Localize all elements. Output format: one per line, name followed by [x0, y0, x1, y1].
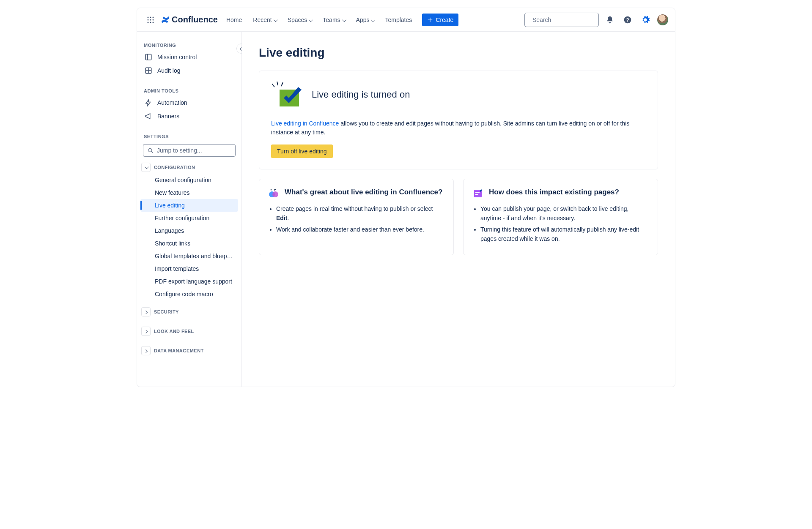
hero-title: Live editing is turned on: [312, 89, 410, 100]
config-import-templates[interactable]: Import templates: [140, 262, 238, 275]
checkmark-illustration-icon: [271, 81, 302, 108]
svg-point-6: [148, 22, 149, 23]
main-content: Live editing Live editing is turned on: [242, 32, 675, 387]
config-pdf-export[interactable]: PDF export language support: [140, 275, 238, 288]
nav-templates[interactable]: Templates: [381, 14, 415, 26]
search-field[interactable]: [532, 16, 606, 23]
chevron-right-icon: [145, 348, 147, 353]
nav-apps[interactable]: Apps: [353, 14, 378, 26]
section-toggle-configuration[interactable]: [141, 163, 151, 172]
config-languages[interactable]: Languages: [140, 224, 238, 237]
turn-off-live-editing-button[interactable]: Turn off live editing: [271, 145, 333, 158]
chevron-right-icon: [145, 309, 147, 314]
nav-spaces[interactable]: Spaces: [284, 14, 315, 26]
sidebar-group-monitoring: MONITORING: [140, 39, 238, 50]
svg-text:?: ?: [626, 17, 629, 22]
sidebar-item-banners[interactable]: Banners: [140, 109, 238, 123]
section-datamanagement-label: DATA MANAGEMENT: [154, 348, 204, 353]
document-icon: [473, 188, 483, 199]
list-item: Turning this feature off will automatica…: [480, 225, 648, 243]
hero-card: Live editing is turned on Live editing i…: [259, 71, 658, 169]
chevron-down-icon: [145, 165, 148, 170]
info-card-bullets: Create pages in real time without having…: [269, 205, 444, 235]
section-toggle-datamgmt[interactable]: [141, 346, 151, 355]
sidebar-group-settings: SETTINGS: [140, 131, 238, 142]
svg-point-4: [150, 19, 151, 20]
section-lookandfeel-label: LOOK AND FEEL: [154, 329, 194, 334]
svg-point-0: [148, 16, 149, 18]
search-input[interactable]: [524, 13, 599, 27]
svg-point-7: [150, 22, 151, 23]
confluence-logo[interactable]: Confluence: [160, 15, 219, 25]
section-toggle-security[interactable]: [141, 307, 151, 316]
help-icon[interactable]: ?: [621, 13, 634, 27]
section-security-label: SECURITY: [154, 309, 179, 314]
avatar[interactable]: [657, 14, 668, 25]
config-code-macro[interactable]: Configure code macro: [140, 288, 238, 300]
svg-line-22: [281, 82, 283, 86]
svg-line-21: [277, 82, 278, 85]
svg-rect-13: [145, 54, 151, 60]
svg-rect-28: [475, 194, 478, 195]
lightning-icon: [145, 99, 152, 106]
search-icon: [148, 147, 154, 154]
config-live-editing[interactable]: Live editing: [140, 199, 238, 212]
dashboard-icon: [145, 53, 152, 61]
create-button[interactable]: Create: [422, 14, 458, 26]
nav-home[interactable]: Home: [223, 14, 245, 26]
sidebar-item-automation[interactable]: Automation: [140, 96, 238, 109]
config-general[interactable]: General configuration: [140, 174, 238, 186]
info-card-title: What's great about live editing in Confl…: [285, 188, 442, 197]
chevron-down-icon: [342, 16, 345, 23]
top-header: Confluence Home Recent Spaces Teams Apps…: [137, 8, 675, 32]
config-shortcut-links[interactable]: Shortcut links: [140, 237, 238, 250]
sidebar: MONITORING Mission control Audit log ADM…: [137, 32, 242, 387]
chevron-right-icon: [145, 329, 147, 334]
info-card-bullets: You can publish your page, or switch bac…: [473, 205, 648, 244]
section-configuration-label: CONFIGURATION: [154, 165, 195, 170]
list-item: Work and collaborate faster and easier t…: [276, 225, 444, 235]
svg-point-5: [153, 19, 154, 20]
svg-point-18: [148, 148, 152, 152]
svg-point-1: [150, 16, 151, 18]
svg-point-8: [153, 22, 154, 23]
chevron-down-icon: [309, 16, 312, 23]
grid-icon: [145, 67, 152, 74]
info-card-impact: How does this impact existing pages? You…: [463, 179, 658, 255]
chevron-down-icon: [371, 16, 374, 23]
live-editing-link[interactable]: Live editing in Confluence: [271, 120, 339, 127]
product-name: Confluence: [172, 15, 218, 25]
config-further[interactable]: Further configuration: [140, 212, 238, 224]
svg-point-2: [153, 16, 154, 18]
chevron-down-icon: [274, 16, 277, 23]
list-item: Create pages in real time without having…: [276, 205, 444, 223]
megaphone-icon: [145, 112, 152, 120]
sidebar-item-mission-control[interactable]: Mission control: [140, 50, 238, 64]
page-title: Live editing: [259, 46, 658, 60]
app-switcher-icon[interactable]: [144, 13, 157, 27]
config-new-features[interactable]: New features: [140, 186, 238, 199]
svg-point-3: [148, 19, 149, 20]
svg-rect-27: [475, 192, 480, 193]
svg-line-20: [272, 84, 274, 87]
nav-teams[interactable]: Teams: [319, 14, 348, 26]
svg-line-19: [151, 151, 153, 153]
sidebar-item-audit-log[interactable]: Audit log: [140, 64, 238, 77]
plus-icon: [427, 17, 433, 23]
svg-point-25: [272, 191, 278, 197]
jump-to-setting-input[interactable]: [143, 144, 236, 157]
section-toggle-lookandfeel[interactable]: [141, 327, 151, 336]
people-icon: [269, 188, 279, 199]
notifications-icon[interactable]: [603, 13, 617, 27]
list-item: You can publish your page, or switch bac…: [480, 205, 648, 223]
info-card-whats-great: What's great about live editing in Confl…: [259, 179, 454, 255]
config-global-templates[interactable]: Global templates and bluepri...: [140, 250, 238, 262]
hero-description: Live editing in Confluence allows you to…: [271, 119, 646, 137]
nav-recent[interactable]: Recent: [250, 14, 280, 26]
info-card-title: How does this impact existing pages?: [489, 188, 619, 197]
settings-icon[interactable]: [639, 13, 652, 27]
sidebar-group-admin-tools: ADMIN TOOLS: [140, 85, 238, 96]
chevron-left-icon: [240, 46, 242, 52]
